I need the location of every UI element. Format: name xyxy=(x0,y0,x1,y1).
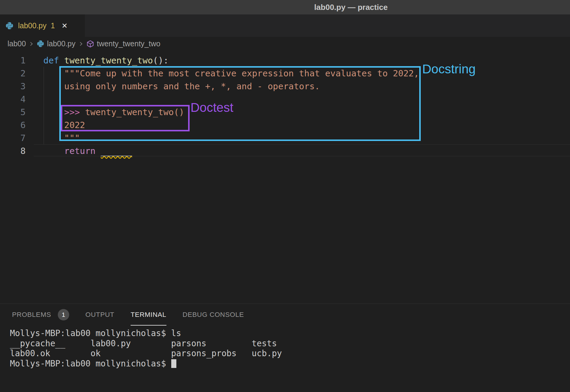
line-number[interactable]: 5 xyxy=(0,106,26,119)
tab-lab00-py[interactable]: lab00.py 1 ✕ xyxy=(0,14,85,37)
code-editor[interactable]: 1def twenty_twenty_two():2 """Come up wi… xyxy=(0,51,570,304)
panel-tab-label: OUTPUT xyxy=(85,311,114,319)
panel-tab-label: TERMINAL xyxy=(131,311,166,319)
close-icon[interactable]: ✕ xyxy=(61,22,67,29)
terminal-line: __pycache__ lab00.py parsons tests xyxy=(10,338,282,349)
docstring-annotation-label: Docstring xyxy=(422,62,476,76)
code-line-text[interactable]: def twenty_twenty_two(): xyxy=(43,54,169,67)
terminal-line: lab00.ok ok parsons_probs ucb.py xyxy=(10,348,282,359)
python-icon xyxy=(5,22,14,30)
terminal-prompt: Mollys-MBP:lab00 mollynicholas$ xyxy=(10,359,171,369)
terminal-cursor[interactable] xyxy=(171,359,176,368)
breadcrumb-file[interactable]: lab00.py xyxy=(47,39,76,48)
terminal-output[interactable]: Mollys-MBP:lab00 mollynicholas$ ls__pyca… xyxy=(10,328,282,369)
panel-tab-output[interactable]: OUTPUT xyxy=(85,304,114,326)
breadcrumb-folder[interactable]: lab00 xyxy=(8,39,26,48)
code-line[interactable]: 1def twenty_twenty_two(): xyxy=(0,54,570,67)
window-title: lab00.py — practice xyxy=(314,0,388,14)
panel-tab-label: PROBLEMS xyxy=(12,311,51,319)
breadcrumb: lab00 lab00.py twenty_twenty_two xyxy=(0,37,570,51)
panel-tab-problems[interactable]: PROBLEMS1 xyxy=(12,304,69,326)
line-number[interactable]: 8 xyxy=(0,145,26,158)
doctest-annotation-box xyxy=(61,105,190,131)
terminal-line: Mollys-MBP:lab00 mollynicholas$ ls xyxy=(10,328,282,338)
panel-tab-terminal[interactable]: TERMINAL xyxy=(131,304,166,326)
line-number[interactable]: 1 xyxy=(0,54,26,67)
panel-tab-label: DEBUG CONSOLE xyxy=(183,311,244,319)
problems-count-badge: 1 xyxy=(58,309,69,320)
line-number[interactable]: 2 xyxy=(0,67,26,80)
symbol-cube-icon xyxy=(86,40,94,48)
editor-tab-bar: lab00.py 1 ✕ xyxy=(0,14,570,37)
vscode-window: lab00.py — practice lab00.py 1 ✕ lab00 xyxy=(0,0,570,392)
code-line[interactable]: 8 return ______ xyxy=(0,145,570,158)
chevron-right-icon xyxy=(29,41,34,47)
python-icon xyxy=(37,40,44,47)
breadcrumb-symbol[interactable]: twenty_twenty_two xyxy=(97,39,160,48)
line-number[interactable]: 7 xyxy=(0,132,26,145)
line-number[interactable]: 3 xyxy=(0,80,26,93)
tab-problem-count: 1 xyxy=(51,21,55,30)
bottom-panel: PROBLEMS1OUTPUTTERMINALDEBUG CONSOLE Mol… xyxy=(0,304,570,392)
tab-filename: lab00.py xyxy=(18,21,47,30)
line-number[interactable]: 6 xyxy=(0,119,26,132)
title-bar: lab00.py — practice xyxy=(0,0,570,14)
code-line-text[interactable]: return ______ xyxy=(43,145,132,158)
doctest-annotation-label: Doctest xyxy=(191,101,233,115)
terminal-prompt-line[interactable]: Mollys-MBP:lab00 mollynicholas$ xyxy=(10,359,282,369)
chevron-right-icon xyxy=(78,41,84,47)
line-number[interactable]: 4 xyxy=(0,93,26,106)
panel-tabs: PROBLEMS1OUTPUTTERMINALDEBUG CONSOLE xyxy=(12,304,244,326)
panel-tab-debug-console[interactable]: DEBUG CONSOLE xyxy=(183,304,244,326)
